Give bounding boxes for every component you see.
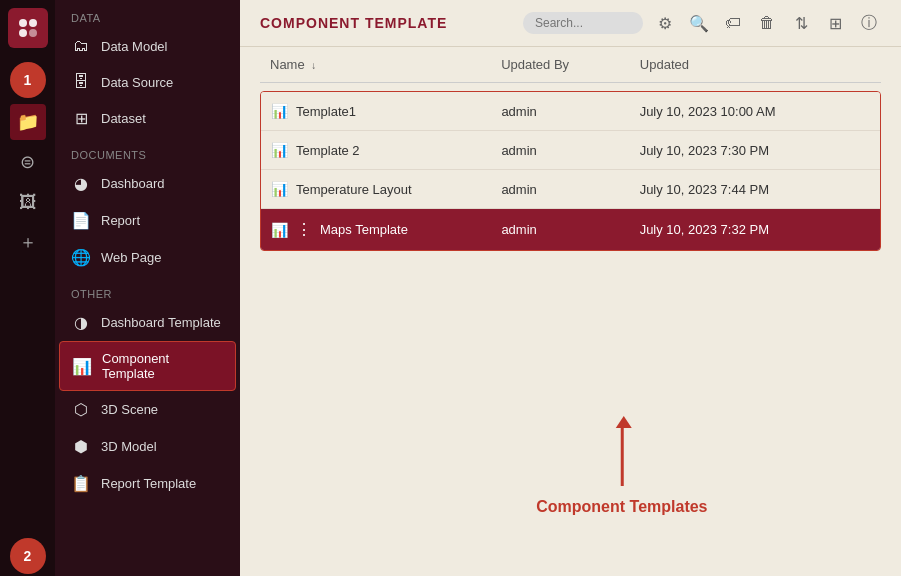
annotation-arrow [620, 426, 623, 486]
rail-hierarchy-icon[interactable]: ⊜ [10, 144, 46, 180]
info-icon[interactable]: ⓘ [857, 13, 881, 34]
header-actions: ⚙ 🔍 🏷 🗑 ⇅ ⊞ ⓘ [523, 12, 881, 34]
dashboard-icon: ◕ [71, 174, 91, 193]
page-title: COMPONENT TEMPLATE [260, 15, 447, 31]
sidebar-item-label: Report Template [101, 476, 196, 491]
row-context-menu-icon[interactable]: ⋮ [296, 220, 312, 239]
row-template-icon: 📊 [271, 181, 288, 197]
row-template-icon: 📊 [271, 142, 288, 158]
sort-arrow-name: ↓ [311, 60, 316, 71]
search-icon[interactable]: 🔍 [687, 14, 711, 33]
main-content: COMPONENT TEMPLATE ⚙ 🔍 🏷 🗑 ⇅ ⊞ ⓘ Name ↓ … [240, 0, 901, 576]
svg-point-2 [19, 29, 27, 37]
row-updated-by: admin [501, 222, 639, 237]
tag-icon[interactable]: 🏷 [721, 14, 745, 32]
col-header-name: Name ↓ [270, 57, 501, 72]
sidebar-item-label: Dataset [101, 111, 146, 126]
svg-point-0 [19, 19, 27, 27]
annotation-area: Component Templates [536, 426, 707, 516]
component-template-icon: 📊 [72, 357, 92, 376]
data-model-icon: 🗂 [71, 37, 91, 55]
sidebar-item-report-template[interactable]: 📋 Report Template [55, 465, 240, 502]
badge-2[interactable]: 2 [10, 538, 46, 574]
sidebar-item-3d-model[interactable]: ⬢ 3D Model [55, 428, 240, 465]
grid-icon[interactable]: ⊞ [823, 14, 847, 33]
row-updated: July 10, 2023 10:00 AM [640, 104, 870, 119]
sidebar-item-data-model[interactable]: 🗂 Data Model [55, 28, 240, 64]
web-page-icon: 🌐 [71, 248, 91, 267]
row-updated-by: admin [501, 143, 639, 158]
filter-icon[interactable]: ⚙ [653, 14, 677, 33]
row-name-cell: 📊 Temperature Layout [271, 181, 501, 197]
sort-icon[interactable]: ⇅ [789, 14, 813, 33]
col-header-updated-by: Updated By [501, 57, 640, 72]
sidebar-item-label: Dashboard [101, 176, 165, 191]
sidebar-item-data-source[interactable]: 🗄 Data Source [55, 64, 240, 100]
table-row-selected[interactable]: 📊 ⋮ Maps Template admin July 10, 2023 7:… [261, 209, 880, 250]
sidebar-item-label: 3D Scene [101, 402, 158, 417]
svg-point-1 [29, 19, 37, 27]
row-updated: July 10, 2023 7:30 PM [640, 143, 870, 158]
table-header: Name ↓ Updated By Updated [260, 47, 881, 83]
dataset-icon: ⊞ [71, 109, 91, 128]
3d-scene-icon: ⬡ [71, 400, 91, 419]
rail-image-icon[interactable]: 🖼 [10, 184, 46, 220]
svg-point-3 [29, 29, 37, 37]
table-area: Name ↓ Updated By Updated 📊 Template1 ad… [240, 47, 901, 576]
table-row[interactable]: 📊 Temperature Layout admin July 10, 2023… [261, 170, 880, 209]
sidebar-item-label: Web Page [101, 250, 161, 265]
sidebar-item-label: Report [101, 213, 140, 228]
main-header: COMPONENT TEMPLATE ⚙ 🔍 🏷 🗑 ⇅ ⊞ ⓘ [240, 0, 901, 47]
icon-rail: 1 📁 ⊜ 🖼 ＋ 2 [0, 0, 55, 576]
sidebar-item-label: Data Source [101, 75, 173, 90]
sidebar-item-dataset[interactable]: ⊞ Dataset [55, 100, 240, 137]
sidebar-item-web-page[interactable]: 🌐 Web Page [55, 239, 240, 276]
row-name-cell: 📊 ⋮ Maps Template [271, 220, 501, 239]
row-template-icon: 📊 [271, 222, 288, 238]
3d-model-icon: ⬢ [71, 437, 91, 456]
sidebar-item-label: Component Template [102, 351, 223, 381]
row-updated: July 10, 2023 7:44 PM [640, 182, 870, 197]
rail-templates-icon[interactable]: 📁 [10, 104, 46, 140]
search-input[interactable] [523, 12, 643, 34]
sidebar-item-dashboard-template[interactable]: ◑ Dashboard Template [55, 304, 240, 341]
row-updated: July 10, 2023 7:32 PM [640, 222, 870, 237]
dashboard-template-icon: ◑ [71, 313, 91, 332]
sidebar-item-report[interactable]: 📄 Report [55, 202, 240, 239]
table-row[interactable]: 📊 Template 2 admin July 10, 2023 7:30 PM [261, 131, 880, 170]
sidebar: DATA 🗂 Data Model 🗄 Data Source ⊞ Datase… [55, 0, 240, 576]
annotation-label: Component Templates [536, 498, 707, 516]
sidebar-item-label: Dashboard Template [101, 315, 221, 330]
delete-icon[interactable]: 🗑 [755, 14, 779, 32]
col-header-updated: Updated [640, 57, 871, 72]
badge-1[interactable]: 1 [10, 62, 46, 98]
report-icon: 📄 [71, 211, 91, 230]
table-body: 📊 Template1 admin July 10, 2023 10:00 AM… [260, 91, 881, 251]
row-name-cell: 📊 Template 2 [271, 142, 501, 158]
sidebar-item-component-template[interactable]: 📊 Component Template [59, 341, 236, 391]
row-updated-by: admin [501, 104, 639, 119]
report-template-icon: 📋 [71, 474, 91, 493]
documents-section-label: DOCUMENTS [55, 137, 240, 165]
sidebar-item-label: 3D Model [101, 439, 157, 454]
data-source-icon: 🗄 [71, 73, 91, 91]
table-row[interactable]: 📊 Template1 admin July 10, 2023 10:00 AM [261, 92, 880, 131]
row-name-cell: 📊 Template1 [271, 103, 501, 119]
row-template-icon: 📊 [271, 103, 288, 119]
app-logo[interactable] [8, 8, 48, 48]
sidebar-item-3d-scene[interactable]: ⬡ 3D Scene [55, 391, 240, 428]
other-section-label: OTHER [55, 276, 240, 304]
data-section-label: DATA [55, 0, 240, 28]
rail-add-icon[interactable]: ＋ [10, 224, 46, 260]
sidebar-item-dashboard[interactable]: ◕ Dashboard [55, 165, 240, 202]
sidebar-item-label: Data Model [101, 39, 167, 54]
row-updated-by: admin [501, 182, 639, 197]
